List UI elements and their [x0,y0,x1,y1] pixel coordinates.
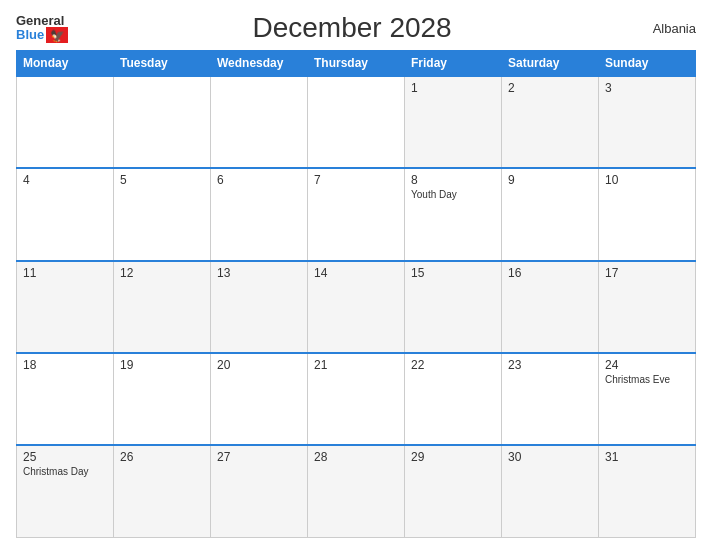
calendar-cell: 28 [308,445,405,537]
calendar-cell: 8Youth Day [405,168,502,260]
calendar-cell: 6 [211,168,308,260]
day-number: 5 [120,173,204,187]
calendar-title: December 2028 [252,12,451,44]
calendar-cell: 14 [308,261,405,353]
calendar-cell: 27 [211,445,308,537]
calendar-cell [114,76,211,168]
calendar-week-row: 123 [17,76,696,168]
event-label: Christmas Eve [605,374,689,385]
calendar-cell: 21 [308,353,405,445]
day-number: 4 [23,173,107,187]
calendar-cell: 7 [308,168,405,260]
col-sunday: Sunday [599,51,696,77]
calendar-cell: 2 [502,76,599,168]
calendar-cell [211,76,308,168]
day-number: 12 [120,266,204,280]
day-number: 11 [23,266,107,280]
col-saturday: Saturday [502,51,599,77]
day-number: 21 [314,358,398,372]
day-number: 10 [605,173,689,187]
col-tuesday: Tuesday [114,51,211,77]
calendar-cell: 11 [17,261,114,353]
col-friday: Friday [405,51,502,77]
day-number: 13 [217,266,301,280]
logo: General Blue 🦅 [16,14,68,43]
calendar-cell: 30 [502,445,599,537]
calendar-cell: 25Christmas Day [17,445,114,537]
svg-text:🦅: 🦅 [50,28,65,43]
day-number: 28 [314,450,398,464]
logo-general-text: General [16,14,68,27]
calendar-header-row: Monday Tuesday Wednesday Thursday Friday… [17,51,696,77]
calendar-cell: 12 [114,261,211,353]
day-number: 16 [508,266,592,280]
calendar-cell [308,76,405,168]
day-number: 14 [314,266,398,280]
day-number: 20 [217,358,301,372]
col-thursday: Thursday [308,51,405,77]
day-number: 22 [411,358,495,372]
calendar-week-row: 45678Youth Day910 [17,168,696,260]
col-monday: Monday [17,51,114,77]
header: General Blue 🦅 December 2028 Albania [16,12,696,44]
event-label: Christmas Day [23,466,107,477]
calendar-week-row: 11121314151617 [17,261,696,353]
day-number: 30 [508,450,592,464]
day-number: 23 [508,358,592,372]
day-number: 24 [605,358,689,372]
calendar-table: Monday Tuesday Wednesday Thursday Friday… [16,50,696,538]
calendar-week-row: 18192021222324Christmas Eve [17,353,696,445]
calendar-cell: 18 [17,353,114,445]
day-number: 29 [411,450,495,464]
logo-blue-text: Blue [16,28,44,41]
logo-flag-icon: 🦅 [46,27,68,43]
calendar-page: General Blue 🦅 December 2028 Albania Mon… [0,0,712,550]
calendar-cell: 9 [502,168,599,260]
day-number: 7 [314,173,398,187]
day-number: 2 [508,81,592,95]
calendar-cell: 20 [211,353,308,445]
calendar-cell: 26 [114,445,211,537]
calendar-cell: 10 [599,168,696,260]
calendar-cell: 24Christmas Eve [599,353,696,445]
calendar-cell: 15 [405,261,502,353]
calendar-cell: 13 [211,261,308,353]
calendar-cell [17,76,114,168]
day-number: 1 [411,81,495,95]
day-number: 18 [23,358,107,372]
day-number: 27 [217,450,301,464]
day-number: 9 [508,173,592,187]
calendar-cell: 3 [599,76,696,168]
day-number: 15 [411,266,495,280]
calendar-cell: 16 [502,261,599,353]
country-label: Albania [636,21,696,36]
day-number: 19 [120,358,204,372]
calendar-cell: 19 [114,353,211,445]
calendar-cell: 1 [405,76,502,168]
calendar-cell: 17 [599,261,696,353]
calendar-cell: 23 [502,353,599,445]
day-number: 8 [411,173,495,187]
col-wednesday: Wednesday [211,51,308,77]
day-number: 26 [120,450,204,464]
day-number: 6 [217,173,301,187]
calendar-cell: 5 [114,168,211,260]
calendar-cell: 29 [405,445,502,537]
day-number: 3 [605,81,689,95]
calendar-cell: 22 [405,353,502,445]
calendar-cell: 4 [17,168,114,260]
calendar-cell: 31 [599,445,696,537]
day-number: 25 [23,450,107,464]
day-number: 17 [605,266,689,280]
day-number: 31 [605,450,689,464]
calendar-week-row: 25Christmas Day262728293031 [17,445,696,537]
event-label: Youth Day [411,189,495,200]
